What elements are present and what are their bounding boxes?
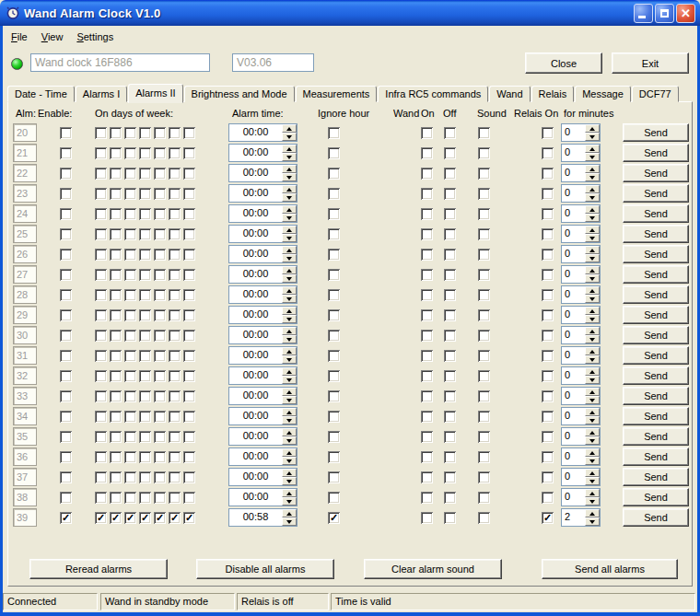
spin-up-button[interactable] [585,347,600,355]
spin-down-button[interactable] [585,153,600,161]
spin-down-button[interactable] [282,315,297,323]
day-of-week-checkbox[interactable] [183,228,195,240]
spin-up-button[interactable] [585,509,600,517]
enable-checkbox[interactable] [60,330,72,342]
day-of-week-checkbox[interactable] [95,330,107,342]
relais-on-checkbox[interactable] [542,228,554,240]
sound-checkbox[interactable] [478,208,490,220]
send-button[interactable]: Send [623,447,689,466]
ignore-hour-checkbox[interactable] [328,370,340,382]
tab-wand[interactable]: Wand [489,86,530,102]
day-of-week-checkbox[interactable] [95,269,107,281]
spin-up-button[interactable] [282,165,297,173]
day-of-week-checkbox[interactable] [124,309,136,321]
sound-checkbox[interactable] [478,370,490,382]
send-button[interactable]: Send [623,366,689,385]
wand-off-checkbox[interactable] [444,269,456,281]
send-button[interactable]: Send [623,144,689,162]
spin-up-button[interactable] [585,185,600,193]
spin-down-button[interactable] [585,396,600,404]
spin-down-button[interactable] [585,335,600,343]
wand-off-checkbox[interactable] [444,188,456,200]
day-of-week-checkbox[interactable] [154,168,166,180]
wand-on-checkbox[interactable] [421,147,433,159]
wand-off-checkbox[interactable] [444,370,456,382]
spin-down-button[interactable] [282,457,297,465]
send-button[interactable]: Send [623,427,689,446]
sound-checkbox[interactable] [478,512,490,524]
relais-on-checkbox[interactable] [542,127,554,139]
sound-checkbox[interactable] [478,127,490,139]
send-button[interactable]: Send [623,346,689,365]
alarm-time-value[interactable]: 00:00 [229,286,282,303]
send-button[interactable]: Send [623,123,689,142]
tab-message[interactable]: Message [575,86,631,102]
day-of-week-checkbox[interactable] [183,147,195,159]
day-of-week-checkbox[interactable] [183,451,195,463]
minutes-value[interactable]: 0 [562,185,585,202]
spin-down-button[interactable] [585,315,600,323]
day-of-week-checkbox[interactable] [95,492,107,504]
wand-on-checkbox[interactable] [421,127,433,139]
maximize-button[interactable] [655,4,674,23]
close-button[interactable]: Close [525,52,602,74]
ignore-hour-checkbox[interactable] [328,208,340,220]
day-of-week-checkbox[interactable] [95,228,107,240]
wand-on-checkbox[interactable] [421,168,433,180]
day-of-week-checkbox[interactable] [169,249,181,261]
spin-down-button[interactable] [282,497,297,506]
sound-checkbox[interactable] [478,269,490,281]
alarm-time-value[interactable]: 00:00 [229,226,282,242]
day-of-week-checkbox[interactable] [169,431,181,443]
sound-checkbox[interactable] [478,228,490,240]
wand-on-checkbox[interactable] [421,390,433,402]
ignore-hour-checkbox[interactable] [328,269,340,281]
spin-up-button[interactable] [282,347,297,355]
day-of-week-checkbox[interactable] [95,309,107,321]
day-of-week-checkbox[interactable] [110,370,122,382]
spin-up-button[interactable] [585,327,600,335]
day-of-week-checkbox[interactable] [110,228,122,240]
minutes-value[interactable]: 2 [562,509,585,526]
enable-checkbox[interactable] [60,249,72,261]
spin-up-button[interactable] [585,408,600,416]
wand-off-checkbox[interactable] [444,330,456,342]
day-of-week-checkbox[interactable] [139,188,151,200]
minutes-value[interactable]: 0 [562,428,585,445]
day-of-week-checkbox[interactable] [183,492,195,504]
minutes-value[interactable]: 0 [562,266,585,283]
ignore-hour-checkbox[interactable] [328,188,340,200]
spin-down-button[interactable] [282,234,297,242]
day-of-week-checkbox[interactable] [183,411,195,423]
day-of-week-checkbox[interactable] [183,188,195,200]
day-of-week-checkbox[interactable] [124,269,136,281]
spin-down-button[interactable] [282,416,297,424]
spin-up-button[interactable] [282,327,297,335]
day-of-week-checkbox[interactable] [169,330,181,342]
spin-up-button[interactable] [585,469,600,477]
tab-infra-rc5-commands[interactable]: Infra RC5 commands [378,86,488,102]
send-all-alarms-button[interactable]: Send all alarms [542,559,678,579]
spin-down-button[interactable] [282,295,297,303]
minutes-value[interactable]: 0 [562,286,585,303]
day-of-week-checkbox[interactable] [95,431,107,443]
sound-checkbox[interactable] [478,168,490,180]
day-of-week-checkbox[interactable] [124,512,136,524]
day-of-week-checkbox[interactable] [183,431,195,443]
enable-checkbox[interactable] [60,309,72,321]
day-of-week-checkbox[interactable] [95,208,107,220]
device-name-field[interactable]: Wand clock 16F886 [30,53,210,72]
spin-up-button[interactable] [282,388,297,396]
day-of-week-checkbox[interactable] [169,370,181,382]
spin-up-button[interactable] [282,489,297,497]
ignore-hour-checkbox[interactable] [328,512,340,524]
sound-checkbox[interactable] [478,431,490,443]
window-close-button[interactable]: ✕ [676,4,695,23]
day-of-week-checkbox[interactable] [154,492,166,504]
day-of-week-checkbox[interactable] [154,390,166,402]
day-of-week-checkbox[interactable] [124,168,136,180]
wand-on-checkbox[interactable] [421,471,433,483]
spin-up-button[interactable] [585,205,600,214]
day-of-week-checkbox[interactable] [183,168,195,180]
relais-on-checkbox[interactable] [542,249,554,261]
